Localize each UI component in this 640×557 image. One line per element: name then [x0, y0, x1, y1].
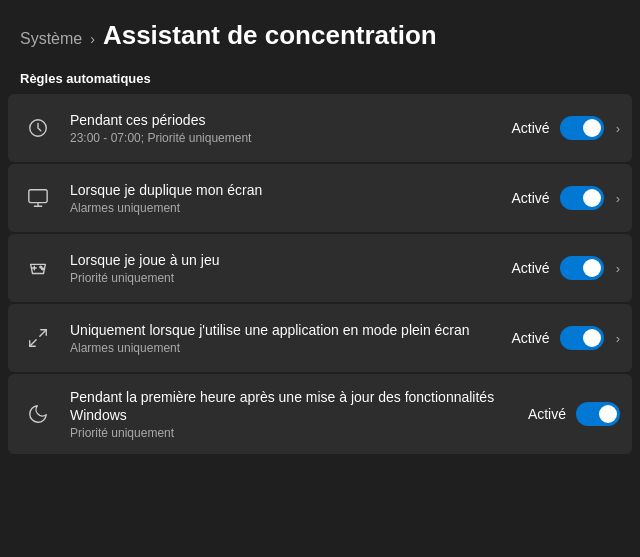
rule-right: Activé › — [512, 326, 620, 350]
rule-right: Activé — [528, 402, 620, 426]
moon-icon — [20, 396, 56, 432]
svg-point-4 — [40, 266, 42, 268]
breadcrumb-chevron: › — [90, 31, 95, 47]
chevron-right-icon: › — [616, 191, 620, 206]
rule-status: Activé — [512, 120, 550, 136]
rules-list: Pendant ces périodes 23:00 - 07:00; Prio… — [0, 94, 640, 454]
system-breadcrumb[interactable]: Système — [20, 30, 82, 48]
rule-right: Activé › — [512, 116, 620, 140]
section-label: Règles automatiques — [0, 61, 640, 94]
toggle-duplicate-screen[interactable] — [560, 186, 604, 210]
toggle-play-game[interactable] — [560, 256, 604, 280]
rule-item-duplicate-screen[interactable]: Lorsque je duplique mon écran Alarmes un… — [8, 164, 632, 232]
chevron-right-icon: › — [616, 331, 620, 346]
rule-desc: Alarmes uniquement — [70, 201, 498, 215]
svg-rect-1 — [29, 190, 47, 203]
header: Système › Assistant de concentration — [0, 0, 640, 61]
rule-text-play-game: Lorsque je joue à un jeu Priorité unique… — [70, 251, 498, 285]
rule-name: Lorsque je duplique mon écran — [70, 181, 498, 199]
rule-status: Activé — [512, 260, 550, 276]
rule-name: Pendant la première heure après une mise… — [70, 388, 514, 424]
rule-status: Activé — [528, 406, 566, 422]
page-title: Assistant de concentration — [103, 20, 437, 51]
rule-item-fullscreen-app[interactable]: Uniquement lorsque j'utilise une applica… — [8, 304, 632, 372]
rule-text-time-periods: Pendant ces périodes 23:00 - 07:00; Prio… — [70, 111, 498, 145]
svg-line-7 — [30, 340, 36, 346]
toggle-feature-update[interactable] — [576, 402, 620, 426]
rule-desc: 23:00 - 07:00; Priorité uniquement — [70, 131, 498, 145]
rule-item-play-game[interactable]: Lorsque je joue à un jeu Priorité unique… — [8, 234, 632, 302]
rule-text-fullscreen-app: Uniquement lorsque j'utilise une applica… — [70, 321, 498, 355]
monitor-icon — [20, 180, 56, 216]
rule-status: Activé — [512, 190, 550, 206]
rule-desc: Priorité uniquement — [70, 271, 498, 285]
page-container: Système › Assistant de concentration Règ… — [0, 0, 640, 454]
rule-desc: Priorité uniquement — [70, 426, 514, 440]
rule-name: Pendant ces périodes — [70, 111, 498, 129]
rule-status: Activé — [512, 330, 550, 346]
svg-line-6 — [40, 330, 46, 336]
rule-item-feature-update[interactable]: Pendant la première heure après une mise… — [8, 374, 632, 454]
rule-right: Activé › — [512, 256, 620, 280]
svg-point-5 — [42, 268, 44, 270]
rule-item-time-periods[interactable]: Pendant ces périodes 23:00 - 07:00; Prio… — [8, 94, 632, 162]
rule-desc: Alarmes uniquement — [70, 341, 498, 355]
chevron-right-icon: › — [616, 121, 620, 136]
gamepad-icon — [20, 250, 56, 286]
chevron-right-icon: › — [616, 261, 620, 276]
rule-name: Uniquement lorsque j'utilise une applica… — [70, 321, 498, 339]
toggle-time-periods[interactable] — [560, 116, 604, 140]
rule-right: Activé › — [512, 186, 620, 210]
fullscreen-icon — [20, 320, 56, 356]
clock-icon — [20, 110, 56, 146]
rule-name: Lorsque je joue à un jeu — [70, 251, 498, 269]
rule-text-feature-update: Pendant la première heure après une mise… — [70, 388, 514, 440]
toggle-fullscreen-app[interactable] — [560, 326, 604, 350]
rule-text-duplicate-screen: Lorsque je duplique mon écran Alarmes un… — [70, 181, 498, 215]
